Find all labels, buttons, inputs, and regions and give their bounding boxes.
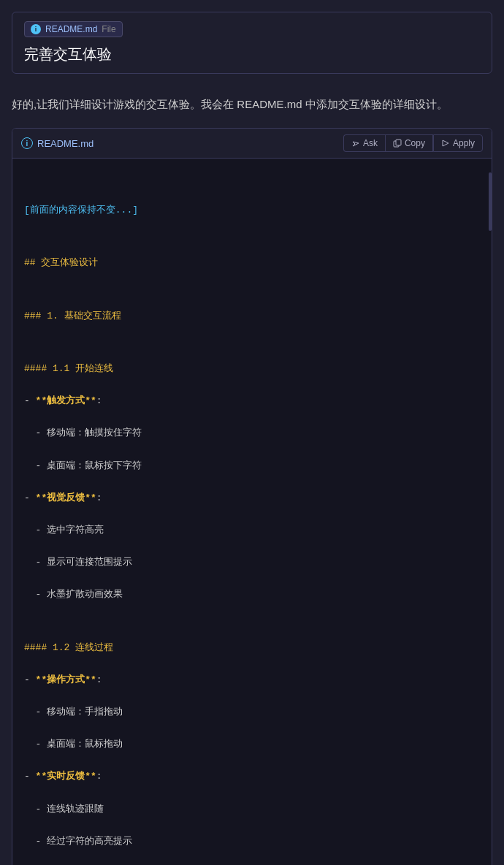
ask-button[interactable]: Ask (343, 134, 385, 152)
code-line: ### 1. 基础交互流程 (24, 308, 480, 324)
ask-label: Ask (363, 138, 378, 148)
code-line: ## 交互体验设计 (24, 255, 480, 271)
code-line: #### 1.2 连线过程 (24, 640, 480, 656)
code-line: - **操作方式**: (24, 672, 480, 688)
code-line: - 移动端：手指拖动 (24, 704, 480, 720)
code-block-header: i README.md Ask Copy (12, 129, 492, 159)
file-badge-container: i README.md File 完善交互体验 (12, 12, 492, 74)
copy-icon (393, 139, 402, 148)
badge-filename: README.md (45, 24, 97, 34)
svg-rect-1 (396, 140, 401, 145)
code-line: - 经过字符的高亮提示 (24, 834, 480, 850)
code-line (24, 288, 480, 292)
code-filename: i README.md (21, 137, 93, 149)
code-line (24, 235, 480, 239)
code-line (24, 620, 480, 624)
info-icon: i (31, 24, 41, 34)
code-block-container: i README.md Ask Copy (12, 128, 492, 865)
code-actions: Ask Copy Apply (343, 134, 483, 152)
apply-button[interactable]: Apply (433, 134, 483, 152)
svg-marker-2 (443, 140, 448, 146)
code-line: #### 1.1 开始连线 (24, 361, 480, 377)
code-line (24, 340, 480, 345)
code-line: - 水墨扩散动画效果 (24, 587, 480, 603)
code-line: - **视觉反馈**: (24, 490, 480, 506)
code-line: - 桌面端：鼠标拖动 (24, 736, 480, 752)
code-line: - **实时反馈**: (24, 769, 480, 785)
code-line: - 桌面端：鼠标按下字符 (24, 458, 480, 474)
code-filename-label: README.md (37, 138, 93, 149)
apply-icon (441, 139, 450, 148)
ask-icon (351, 139, 360, 148)
copy-label: Copy (405, 138, 425, 148)
code-line: - 连线轨迹跟随 (24, 801, 480, 818)
badge-filetype: File (102, 24, 115, 34)
code-line: - 显示可连接范围提示 (24, 555, 480, 571)
chat-message: 好的,让我们详细设计游戏的交互体验。我会在 README.md 中添加交互体验的… (12, 87, 492, 128)
file-badge: i README.md File (24, 21, 123, 37)
file-title: 完善交互体验 (24, 45, 480, 64)
code-line: - **触发方式**: (24, 393, 480, 409)
code-info-icon: i (21, 137, 33, 149)
code-line: [前面的内容保持不变...] (24, 202, 480, 218)
page-container: i README.md File 完善交互体验 好的,让我们详细设计游戏的交互体… (0, 0, 504, 865)
apply-label: Apply (453, 138, 475, 148)
code-line: - 移动端：触摸按住字符 (24, 425, 480, 441)
code-line: - 选中字符高亮 (24, 522, 480, 538)
code-content: [前面的内容保持不变...] ## 交互体验设计 ### 1. 基础交互流程 #… (12, 159, 492, 865)
scrollbar[interactable] (489, 172, 492, 231)
copy-button[interactable]: Copy (385, 134, 433, 152)
